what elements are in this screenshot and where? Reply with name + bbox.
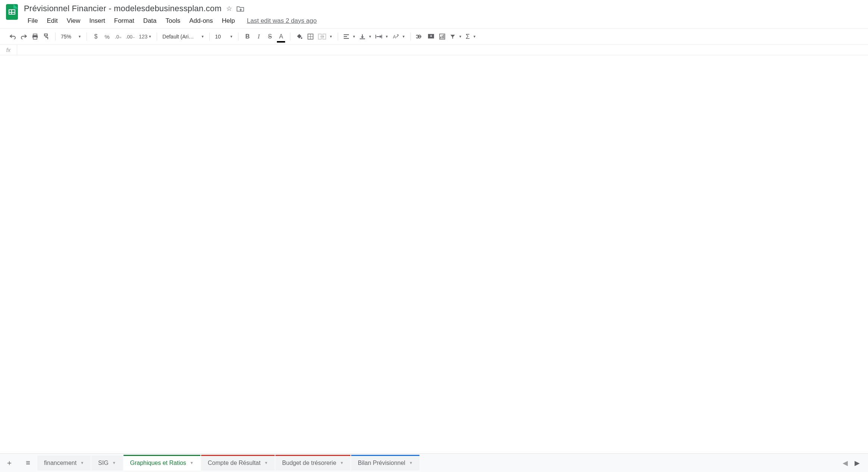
more-formats-icon[interactable]: 123▼ [137, 31, 153, 42]
insert-chart-icon[interactable] [437, 31, 447, 42]
star-icon[interactable]: ☆ [226, 4, 232, 13]
svg-rect-18 [440, 37, 441, 38]
fill-color-icon[interactable] [294, 31, 305, 42]
menu-data[interactable]: Data [140, 16, 160, 26]
menu-tools[interactable]: Tools [162, 16, 184, 26]
strikethrough-icon[interactable]: S [265, 31, 275, 42]
menu-edit[interactable]: Edit [43, 16, 61, 26]
text-color-icon[interactable]: A [276, 31, 286, 42]
document-title[interactable]: Prévisionnel Financier - modelesdebusine… [24, 4, 222, 13]
functions-icon[interactable]: Σ▼ [464, 31, 478, 42]
fx-label: fx [0, 45, 17, 55]
print-icon[interactable] [30, 31, 40, 42]
sheets-logo[interactable] [5, 3, 19, 21]
merge-cells-icon[interactable]: ▼ [316, 31, 334, 42]
menu-help[interactable]: Help [218, 16, 239, 26]
text-rotation-icon[interactable]: A▼ [391, 31, 407, 42]
currency-icon[interactable]: $ [91, 31, 101, 42]
decrease-decimal-icon[interactable]: .0₌ [113, 31, 124, 42]
h-align-icon[interactable]: ▼ [342, 31, 357, 42]
svg-rect-0 [33, 34, 37, 35]
menu-insert[interactable]: Insert [85, 16, 109, 26]
borders-icon[interactable] [305, 31, 316, 42]
redo-icon[interactable] [19, 31, 29, 42]
percent-icon[interactable]: % [102, 31, 112, 42]
formula-bar: fx [0, 45, 868, 55]
menu-addons[interactable]: Add-ons [185, 16, 216, 26]
svg-rect-20 [443, 35, 444, 38]
svg-text:A: A [393, 34, 396, 40]
font-select[interactable]: Default (Ari…▼ [161, 34, 206, 40]
menu-file[interactable]: File [24, 16, 41, 26]
title-bar: Prévisionnel Financier - modelesdebusine… [0, 0, 868, 28]
filter-icon[interactable]: ▼ [448, 31, 463, 42]
zoom-select[interactable]: 75%▼ [59, 34, 83, 40]
increase-decimal-icon[interactable]: .00₋ [124, 31, 137, 42]
svg-rect-2 [33, 37, 37, 39]
v-align-icon[interactable]: ▼ [358, 31, 373, 42]
insert-link-icon[interactable] [415, 31, 425, 42]
menu-bar: File Edit View Insert Format Data Tools … [24, 16, 863, 26]
insert-comment-icon[interactable]: + [426, 31, 436, 42]
menu-view[interactable]: View [63, 16, 84, 26]
svg-rect-19 [442, 35, 443, 38]
toolbar: 75%▼ $ % .0₌ .00₋ 123▼ Default (Ari…▼ 10… [0, 28, 868, 45]
move-folder-icon[interactable] [237, 6, 244, 12]
formula-input[interactable] [17, 45, 868, 55]
bold-icon[interactable]: B [242, 31, 253, 42]
text-wrap-icon[interactable]: ▼ [374, 31, 390, 42]
undo-icon[interactable] [7, 31, 18, 42]
svg-text:+: + [430, 34, 432, 38]
paint-format-icon[interactable] [41, 31, 51, 42]
italic-icon[interactable]: I [253, 31, 264, 42]
last-edit-link[interactable]: Last edit was 2 days ago [243, 16, 321, 26]
menu-format[interactable]: Format [110, 16, 138, 26]
font-size-select[interactable]: 10▼ [213, 34, 234, 40]
